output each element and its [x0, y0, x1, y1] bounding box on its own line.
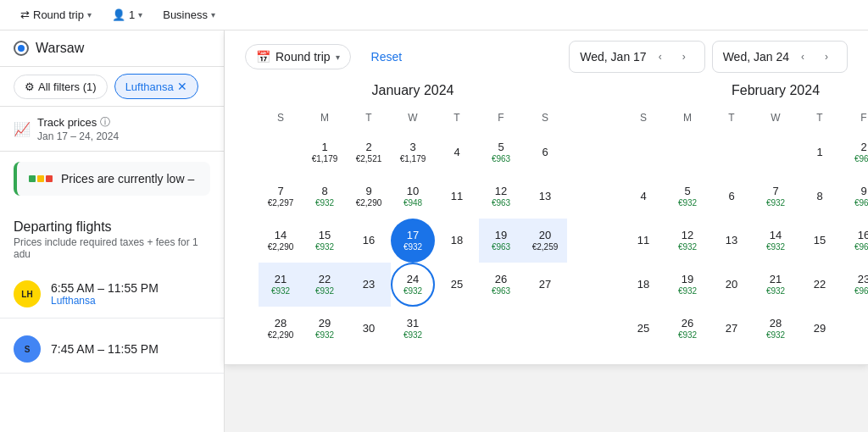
flight-card-1[interactable]: LH 6:55 AM – 11:55 PM Lufthansa	[0, 270, 224, 318]
day-price: €963	[492, 154, 510, 164]
day-cell[interactable]: 1	[798, 130, 842, 174]
day-cell[interactable]: 17€932	[391, 219, 435, 263]
track-icon: 📈	[14, 121, 31, 137]
day-cell[interactable]: 22	[798, 263, 842, 307]
day-number: 24	[407, 273, 419, 286]
day-price: €2,521	[356, 154, 382, 164]
day-cell[interactable]: 26€932	[665, 307, 709, 351]
day-cell[interactable]: 23	[347, 263, 391, 307]
lufthansa-chip[interactable]: Lufthansa ✕	[114, 74, 198, 99]
flight-info-1: 6:55 AM – 11:55 PM Lufthansa	[51, 281, 210, 307]
end-date-next[interactable]: ›	[816, 47, 837, 67]
day-cell[interactable]: 2€963	[842, 130, 868, 174]
day-cell[interactable]: 11	[435, 174, 479, 219]
day-cell[interactable]: 23€963	[842, 263, 868, 307]
day-price: €963	[492, 242, 510, 252]
day-cell[interactable]: 14€2,290	[259, 219, 303, 263]
day-cell[interactable]: 6	[523, 130, 567, 174]
reset-button[interactable]: Reset	[371, 50, 403, 64]
day-cell[interactable]: 29€932	[303, 307, 347, 351]
end-date-prev[interactable]: ‹	[793, 47, 813, 67]
day-cell[interactable]: 27	[523, 263, 567, 307]
day-cell	[621, 130, 665, 174]
day-cell[interactable]: 29	[798, 307, 842, 351]
all-filters-button[interactable]: ⚙ All filters (1)	[14, 75, 108, 99]
day-cell[interactable]: 4	[621, 174, 665, 219]
day-cell[interactable]: 18	[435, 219, 479, 263]
day-cell[interactable]: 10€948	[391, 174, 435, 219]
start-date-next[interactable]: ›	[674, 47, 694, 67]
day-cell[interactable]: 6	[709, 174, 754, 219]
day-cell[interactable]: 19€963	[479, 219, 523, 263]
day-cell[interactable]: 2€2,521	[347, 130, 391, 174]
flight-info-2: 7:45 AM – 11:55 PM	[51, 342, 210, 356]
day-cell[interactable]: 16	[347, 219, 391, 263]
track-date: Jan 17 – 24, 2024	[37, 130, 119, 142]
roundtrip-selector[interactable]: ⇄ Round trip ▾	[14, 5, 98, 25]
trip-type-selector[interactable]: 📅 Round trip ▾	[245, 44, 351, 69]
day-number: 20	[539, 229, 551, 242]
calendar-overlay: 📅 Round trip ▾ Reset Wed, Jan 17 ‹ › Wed…	[225, 30, 868, 432]
day-cell[interactable]: 19€932	[665, 263, 709, 307]
day-cell[interactable]: 14€932	[754, 219, 798, 263]
day-cell[interactable]: 12€963	[479, 174, 523, 219]
day-cell[interactable]: 13	[523, 174, 567, 219]
departing-section: Departing flights Prices include require…	[0, 206, 224, 263]
lufthansa-close-icon[interactable]: ✕	[177, 80, 187, 93]
day-cell[interactable]: 21€932	[259, 263, 303, 307]
day-cell[interactable]: 28€932	[754, 307, 798, 351]
day-cell[interactable]: 8	[798, 174, 842, 219]
day-cell[interactable]: 15	[798, 219, 842, 263]
end-date-nav: Wed, Jan 24 ‹ ›	[712, 41, 848, 73]
day-cell[interactable]: 4	[435, 130, 479, 174]
day-cell[interactable]: 25	[435, 263, 479, 307]
day-cell[interactable]: 25	[621, 307, 665, 351]
day-cell[interactable]: 20	[709, 263, 754, 307]
day-cell[interactable]: 11	[621, 219, 665, 263]
day-cell[interactable]: 30	[347, 307, 391, 351]
dow-m1-feb: M	[665, 108, 709, 130]
day-cell[interactable]: 26€963	[479, 263, 523, 307]
january-title: January 2024	[259, 83, 567, 98]
february-grid: S M T W T F S	[621, 108, 868, 130]
flight-card-2[interactable]: S 7:45 AM – 11:55 PM	[0, 325, 224, 374]
day-cell[interactable]: 22€932	[303, 263, 347, 307]
day-cell[interactable]: 8€932	[303, 174, 347, 219]
radio-inner	[18, 45, 25, 52]
day-price: €932	[766, 330, 785, 341]
price-colors	[29, 175, 53, 182]
day-cell[interactable]: 3€1,179	[391, 130, 435, 174]
day-cell[interactable]: 13	[709, 219, 754, 263]
day-number: 17	[407, 229, 419, 242]
day-number: 18	[451, 234, 463, 247]
day-cell[interactable]: 16€964	[842, 219, 868, 263]
day-cell[interactable]: 31€932	[391, 307, 435, 351]
january-grid: S M T W T F S	[259, 108, 567, 130]
cabin-chevron: ▾	[211, 10, 215, 19]
day-number: 3	[409, 141, 415, 154]
passengers-selector[interactable]: 👤 1 ▾	[105, 5, 149, 25]
start-date-prev[interactable]: ‹	[650, 47, 670, 67]
day-cell[interactable]: 5€932	[665, 174, 709, 219]
day-number: 19	[682, 273, 693, 286]
info-icon[interactable]: ⓘ	[100, 115, 110, 130]
day-cell[interactable]: 1€1,179	[303, 130, 347, 174]
day-cell[interactable]: 15€932	[303, 219, 347, 263]
day-cell[interactable]: 9€964	[842, 174, 868, 219]
day-cell[interactable]: 7€2,297	[259, 174, 303, 219]
day-cell[interactable]: 20€2,259	[523, 219, 567, 263]
dow-s1: S	[259, 108, 303, 130]
cabin-selector[interactable]: Business ▾	[156, 5, 222, 25]
day-cell[interactable]: 9€2,290	[347, 174, 391, 219]
day-cell[interactable]: 18	[621, 263, 665, 307]
end-date-label: Wed, Jan 24	[723, 50, 789, 64]
day-cell[interactable]: 28€2,290	[259, 307, 303, 351]
day-cell[interactable]: 7€932	[754, 174, 798, 219]
day-cell[interactable]: 21€932	[754, 263, 798, 307]
price-banner-text: Prices are currently low –	[61, 172, 194, 186]
day-cell[interactable]: 27	[709, 307, 754, 351]
day-cell[interactable]: 12€932	[665, 219, 709, 263]
day-cell[interactable]: 5€963	[479, 130, 523, 174]
day-cell[interactable]: 24€932	[391, 263, 435, 307]
day-price: €932	[678, 330, 697, 341]
